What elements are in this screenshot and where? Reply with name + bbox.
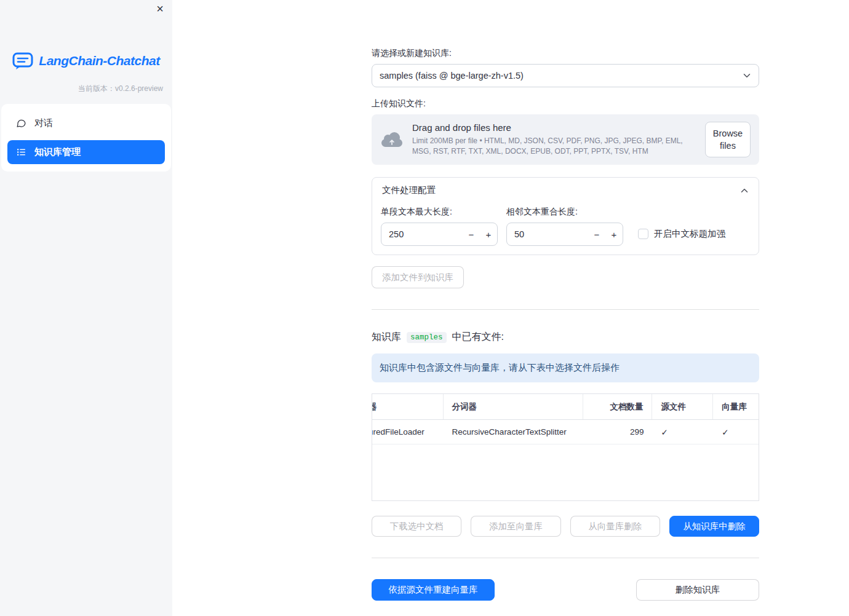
menu-item-label: 对话 xyxy=(34,117,53,129)
table-header: 器 分词器 文档数量 源文件 向量库 xyxy=(372,394,759,420)
kb-selected-value: samples (faiss @ bge-large-zh-v1.5) xyxy=(380,71,524,81)
table-row[interactable]: uredFileLoader RecursiveCharacterTextSpl… xyxy=(372,420,759,444)
checkbox-icon[interactable] xyxy=(638,229,648,239)
table-cell-source-check: ✓ xyxy=(652,420,713,444)
table-cell-loader: uredFileLoader xyxy=(372,420,444,444)
overlap-size-input: − + xyxy=(506,223,623,246)
browse-files-button[interactable]: Browse files xyxy=(705,122,751,157)
sidebar-menu: 对话 知识库管理 xyxy=(1,104,171,172)
delete-kb-button[interactable]: 删除知识库 xyxy=(636,579,759,601)
kb-select-label: 请选择或新建知识库: xyxy=(372,48,759,59)
table-header-cell[interactable]: 文档数量 xyxy=(583,394,653,419)
chevron-up-icon xyxy=(739,185,750,196)
info-banner-text: 知识库中包含源文件与向量库，请从下表中选择文件后操作 xyxy=(380,362,620,373)
config-expander-title: 文件处理配置 xyxy=(382,184,436,196)
main-area: 请选择或新建知识库: samples (faiss @ bge-large-zh… xyxy=(172,0,849,616)
chunk-size-decrement-button[interactable]: − xyxy=(463,223,480,245)
table-actions: 下载选中文档 添加至向量库 从向量库删除 从知识库中删除 xyxy=(372,516,759,537)
dropzone-texts: Drag and drop files here Limit 200MB per… xyxy=(412,122,695,157)
overlap-size-label: 相邻文本重合长度: xyxy=(506,207,623,218)
add-files-button[interactable]: 添加文件到知识库 xyxy=(372,266,464,288)
menu-item-label: 知识库管理 xyxy=(34,146,81,158)
kb-selectbox[interactable]: samples (faiss @ bge-large-zh-v1.5) xyxy=(372,64,759,87)
config-expander-header[interactable]: 文件处理配置 xyxy=(372,178,759,202)
menu-item-dialogue[interactable]: 对话 xyxy=(7,111,165,135)
divider xyxy=(372,558,759,558)
sidebar: × LangChain-Chatchat 当前版本：v0.2.6-preview… xyxy=(0,0,172,616)
list-icon xyxy=(16,147,26,157)
app-logo: LangChain-Chatchat xyxy=(9,52,164,70)
kb-name-code: samples xyxy=(407,332,447,343)
chat-bubble-icon xyxy=(16,118,26,128)
kb-bottom-actions: 依据源文件重建向量库 删除知识库 xyxy=(372,579,759,601)
zh-title-checkbox-label: 开启中文标题加强 xyxy=(654,228,725,240)
chunk-size-increment-button[interactable]: + xyxy=(480,223,497,245)
chevron-down-icon xyxy=(741,70,752,81)
download-selected-button[interactable]: 下载选中文档 xyxy=(372,516,461,537)
info-banner: 知识库中包含源文件与向量库，请从下表中选择文件后操作 xyxy=(372,353,759,382)
logo-chat-icon xyxy=(12,52,33,70)
dropzone-limit-text: Limit 200MB per file • HTML, MD, JSON, C… xyxy=(412,136,695,157)
chunk-size-label: 单段文本最大长度: xyxy=(381,207,498,218)
overlap-size-field[interactable] xyxy=(507,229,588,239)
table-header-cell[interactable]: 器 xyxy=(372,394,444,419)
version-label: 当前版本：v0.2.6-preview xyxy=(9,84,164,94)
files-table: 器 分词器 文档数量 源文件 向量库 uredFileLoader Recurs… xyxy=(372,393,759,501)
dropzone-title: Drag and drop files here xyxy=(412,122,695,133)
add-to-vectorstore-button[interactable]: 添加至向量库 xyxy=(471,516,560,537)
table-cell-splitter: RecursiveCharacterTextSplitter xyxy=(444,420,583,444)
rebuild-vectorstore-button[interactable]: 依据源文件重建向量库 xyxy=(372,579,495,601)
logo-text: LangChain-Chatchat xyxy=(39,53,159,68)
delete-from-kb-button[interactable]: 从知识库中删除 xyxy=(669,516,759,537)
menu-item-knowledge-base[interactable]: 知识库管理 xyxy=(7,140,165,164)
kb-files-heading: 知识库 samples 中已有文件: xyxy=(372,331,759,344)
table-header-cell[interactable]: 分词器 xyxy=(444,394,583,419)
zh-title-checkbox[interactable]: 开启中文标题加强 xyxy=(638,228,725,246)
delete-from-vectorstore-button[interactable]: 从向量库删除 xyxy=(570,516,660,537)
table-cell-doc-count: 299 xyxy=(583,420,653,444)
table-header-cell[interactable]: 源文件 xyxy=(652,394,713,419)
overlap-size-decrement-button[interactable]: − xyxy=(588,223,605,245)
upload-label: 上传知识文件: xyxy=(372,98,759,109)
table-cell-vector-check: ✓ xyxy=(713,420,759,444)
kb-files-suffix: 中已有文件: xyxy=(452,331,504,344)
chunk-size-input: − + xyxy=(381,223,498,246)
kb-files-prefix: 知识库 xyxy=(372,331,401,344)
upload-cloud-icon xyxy=(381,131,402,148)
sidebar-close-icon[interactable]: × xyxy=(156,2,164,15)
overlap-size-increment-button[interactable]: + xyxy=(605,223,623,245)
divider xyxy=(372,309,759,310)
table-header-cell[interactable]: 向量库 xyxy=(713,394,759,419)
file-dropzone[interactable]: Drag and drop files here Limit 200MB per… xyxy=(372,114,759,165)
chunk-size-field[interactable] xyxy=(381,229,463,239)
upload-arrow-icon xyxy=(388,138,396,146)
config-expander: 文件处理配置 单段文本最大长度: − + 相邻文本重合 xyxy=(372,177,759,255)
